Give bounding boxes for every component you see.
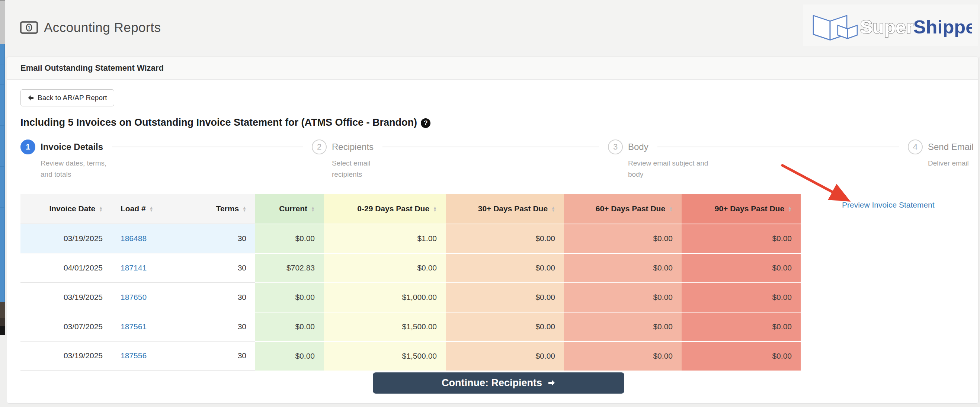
step-title: Body [628,142,649,152]
arrow-right-icon [547,379,555,386]
step-connector-line [112,146,303,147]
cell-date: 03/19/2025 [21,341,111,370]
sort-icon[interactable]: ▲▼ [433,206,437,212]
cell-date: 03/19/2025 [21,282,111,312]
cell-d029: $1,500.00 [324,341,446,370]
step-number-badge: 4 [908,140,923,154]
cell-terms: 30 [194,253,255,282]
table-header-row: Invoice Date▲▼Load #▲▼Terms▲▼Current▲▼0-… [21,194,801,224]
wizard-step-send-email: 4 Send Email Deliver email [908,140,977,180]
cell-current: $0.00 [255,312,324,341]
invoice-table: Invoice Date▲▼Load #▲▼Terms▲▼Current▲▼0-… [21,194,801,370]
wizard-card-title: Email Outstanding Statement Wizard [7,57,978,79]
sort-icon[interactable]: ▲▼ [669,206,673,212]
table-row: 04/01/202518714130$702.83$0.00$0.00$0.00… [21,253,801,282]
cell-d60: $0.00 [564,253,682,282]
col-header-d90[interactable]: 90+ Days Past Due▲▼ [682,194,801,224]
logo-word-shippers: Shippers [913,16,972,38]
step-title: Invoice Details [41,142,103,152]
load-number-link[interactable]: 187141 [121,263,146,272]
preview-invoice-statement-link[interactable]: Preview Invoice Statement [842,200,935,210]
cell-terms: 30 [194,224,255,253]
step-number-badge: 2 [312,140,327,154]
cell-load: 187556 [111,341,194,370]
sort-icon[interactable]: ▲▼ [311,206,315,212]
sort-icon[interactable]: ▲▼ [551,206,555,212]
load-number-link[interactable]: 186488 [121,234,146,243]
cell-date: 03/07/2025 [21,312,111,341]
supershippers-logo: SuperShippers [808,8,972,42]
col-header-load[interactable]: Load #▲▼ [111,194,194,224]
cell-load: 187141 [111,253,194,282]
table-row: 03/19/202518648830$0.00$1.00$0.00$0.00$0… [21,224,801,253]
sort-icon[interactable]: ▲▼ [99,206,103,212]
back-button-label: Back to AR/AP Report [38,94,107,102]
cell-d60: $0.00 [564,282,682,312]
cell-load: 186488 [111,224,194,253]
help-icon[interactable]: ? [421,118,431,128]
background-window-top [0,0,5,44]
cell-current: $0.00 [255,341,324,370]
col-header-label: 60+ Days Past Due [596,204,665,213]
col-header-d029[interactable]: 0-29 Days Past Due▲▼ [324,194,446,224]
load-number-link[interactable]: 187650 [121,293,146,301]
col-header-label: Terms [216,204,239,213]
cell-d60: $0.00 [564,341,682,370]
cell-d029: $1,000.00 [324,282,446,312]
step-subtitle: Review email subject and body [628,158,710,180]
step-subtitle: Select email recipients [332,158,384,180]
page-header: 1 Accounting Reports SuperShippers [5,0,980,57]
load-number-link[interactable]: 187556 [121,351,146,360]
cell-d029: $1.00 [324,224,446,253]
col-header-label: 90+ Days Past Due [715,204,784,213]
step-title: Send Email [928,142,974,152]
statement-heading-text: Including 5 Invoices on Outstanding Invo… [21,117,417,128]
load-number-link[interactable]: 187561 [121,322,146,331]
col-header-label: Current [279,204,307,213]
cell-terms: 30 [194,282,255,312]
cell-current: $702.83 [255,253,324,282]
wizard-card: Email Outstanding Statement Wizard Back … [7,57,978,404]
cell-current: $0.00 [255,224,324,253]
cell-d30: $0.00 [446,341,564,370]
col-header-date[interactable]: Invoice Date▲▼ [21,194,111,224]
col-header-label: 0-29 Days Past Due [357,204,430,213]
col-header-current[interactable]: Current▲▼ [255,194,324,224]
sort-icon[interactable]: ▲▼ [150,206,153,212]
logo-word-super: Super [860,16,913,38]
money-bill-icon: 1 [20,21,38,34]
cell-date: 03/19/2025 [21,224,111,253]
cell-load: 187650 [111,282,194,312]
wizard-step-recipients: 2 Recipients Select email recipients [312,140,608,180]
cell-d60: $0.00 [564,312,682,341]
step-number-badge: 3 [608,140,623,154]
arrow-left-icon [27,95,34,101]
cell-d90: $0.00 [682,312,801,341]
step-title: Recipients [332,142,374,152]
col-header-d60[interactable]: 60+ Days Past Due▲▼ [564,194,682,224]
sort-icon[interactable]: ▲▼ [788,206,792,212]
step-connector-line [382,146,599,147]
cell-d029: $1,500.00 [324,312,446,341]
table-row: 03/19/202518755630$0.00$1,500.00$0.00$0.… [21,341,801,370]
background-dark-sliver [0,302,5,318]
col-header-label: Invoice Date [49,204,95,213]
invoice-table-zone: Invoice Date▲▼Load #▲▼Terms▲▼Current▲▼0-… [21,194,971,394]
svg-text:1: 1 [27,25,30,30]
background-window-edge [0,0,5,407]
table-row: 03/07/202518756130$0.00$1,500.00$0.00$0.… [21,312,801,341]
continue-recipients-button[interactable]: Continue: Recipients [373,372,624,394]
back-button[interactable]: Back to AR/AP Report [21,89,114,107]
cell-d90: $0.00 [682,341,801,370]
sort-icon[interactable]: ▲▼ [243,206,246,212]
wizard-step-body: 3 Body Review email subject and body [608,140,908,180]
col-header-terms[interactable]: Terms▲▼ [194,194,255,224]
folded-map-icon [813,16,857,40]
table-row: 03/19/202518765030$0.00$1,000.00$0.00$0.… [21,282,801,312]
col-header-d30[interactable]: 30+ Days Past Due▲▼ [446,194,564,224]
page-title: Accounting Reports [44,20,161,35]
step-number-badge: 1 [21,140,35,154]
col-header-label: 30+ Days Past Due [478,204,548,213]
step-subtitle: Review dates, terms, and totals [41,158,117,180]
cell-d60: $0.00 [564,224,682,253]
